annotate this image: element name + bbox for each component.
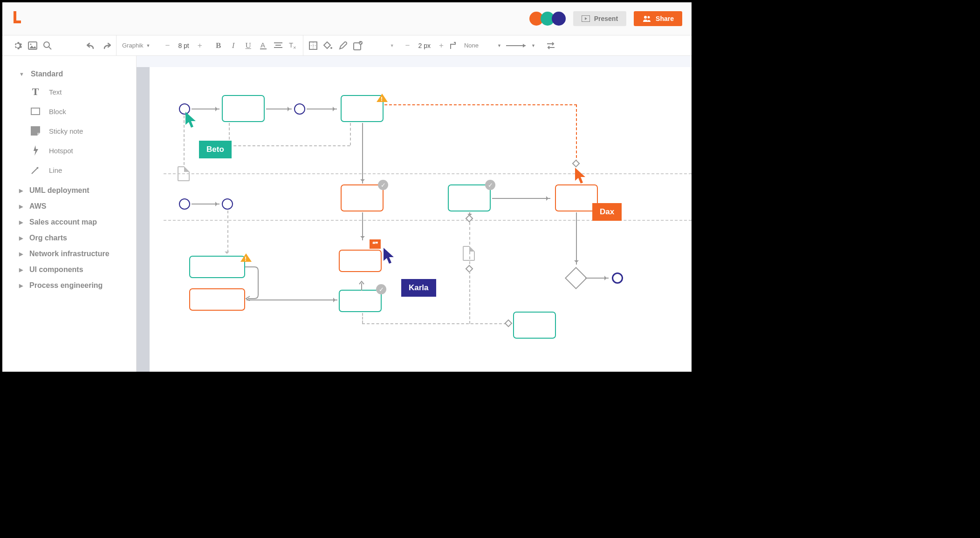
gateway-small[interactable] <box>572 160 580 168</box>
settings-icon[interactable] <box>11 39 25 53</box>
dashed-connector[interactable] <box>384 104 577 105</box>
connector[interactable] <box>192 109 219 109</box>
collaborator-avatars[interactable] <box>532 12 566 26</box>
share-button[interactable]: Share <box>634 11 682 26</box>
connector[interactable] <box>362 123 363 184</box>
svg-text:×: × <box>293 45 296 50</box>
task-node[interactable] <box>448 184 491 211</box>
bold-icon[interactable]: B <box>212 39 226 53</box>
border-icon[interactable] <box>306 39 320 53</box>
shape-label: Block <box>49 108 66 116</box>
search-icon[interactable] <box>41 39 55 53</box>
sidebar-section-standard[interactable]: ▼ Standard <box>2 66 136 82</box>
status-check-badge[interactable]: ✓ <box>376 284 386 294</box>
shape-block[interactable]: Block <box>30 102 136 121</box>
image-icon[interactable] <box>26 39 40 53</box>
dashed-connector[interactable] <box>227 211 228 252</box>
stroke-width-decrement[interactable]: − <box>403 41 413 50</box>
connector[interactable] <box>307 109 337 109</box>
gateway[interactable] <box>565 267 587 289</box>
task-node[interactable] <box>222 95 265 122</box>
sidebar-section-process[interactable]: ▶Process engineering <box>2 278 136 293</box>
connector[interactable] <box>247 300 337 300</box>
intermediate-event[interactable] <box>222 198 233 210</box>
connector[interactable] <box>492 198 550 199</box>
connector[interactable] <box>362 212 363 240</box>
start-event[interactable] <box>179 198 190 210</box>
line-cap-select[interactable]: None ▼ <box>462 42 503 49</box>
app-header: Present Share <box>2 2 692 35</box>
sidebar-section-ui[interactable]: ▶UI components <box>2 262 136 278</box>
shape-text[interactable]: T Text <box>30 82 136 102</box>
underline-icon[interactable]: U <box>241 39 255 53</box>
task-node[interactable] <box>555 184 598 211</box>
connector[interactable] <box>192 204 219 204</box>
avatar-blue[interactable] <box>552 12 566 26</box>
dashed-connector[interactable] <box>350 123 351 145</box>
stroke-width-value[interactable]: 2 px <box>414 42 435 49</box>
swap-icon[interactable] <box>544 39 558 53</box>
font-size-increment[interactable]: + <box>195 41 205 50</box>
sidebar-section-org[interactable]: ▶Org charts <box>2 230 136 246</box>
shape-line[interactable]: Line <box>30 160 136 180</box>
chevron-down-icon[interactable]: ▼ <box>390 43 394 48</box>
connector[interactable] <box>245 266 261 301</box>
connector[interactable] <box>266 109 292 109</box>
task-node[interactable] <box>339 290 382 312</box>
font-family-select[interactable]: Graphik ▼ <box>119 42 153 49</box>
undo-icon[interactable] <box>84 39 98 53</box>
sidebar-section-network[interactable]: ▶Network infrastructure <box>2 246 136 262</box>
svg-text:T: T <box>289 41 293 49</box>
hotspot-icon <box>30 145 41 156</box>
italic-icon[interactable]: I <box>226 39 240 53</box>
present-button[interactable]: Present <box>573 11 626 26</box>
dashed-connector[interactable] <box>576 104 577 163</box>
warning-badge[interactable] <box>240 248 252 262</box>
dashed-connector[interactable] <box>362 313 363 323</box>
comment-badge[interactable]: ❝❞ <box>370 239 381 249</box>
pencil-icon[interactable] <box>336 39 350 53</box>
intermediate-event[interactable] <box>294 103 305 115</box>
chevron-down-icon: ▼ <box>146 43 151 48</box>
task-node[interactable] <box>189 288 245 311</box>
connector[interactable] <box>585 278 609 279</box>
task-node[interactable] <box>189 256 245 278</box>
status-check-badge[interactable]: ✓ <box>485 180 495 190</box>
font-size-value[interactable]: 8 pt <box>173 42 193 49</box>
sidebar-section-aws[interactable]: ▶AWS <box>2 198 136 214</box>
task-node[interactable] <box>513 312 556 339</box>
document-icon[interactable] <box>463 246 475 261</box>
status-icon[interactable] <box>351 39 365 53</box>
task-node[interactable] <box>339 250 382 272</box>
font-size-decrement[interactable]: − <box>162 41 172 50</box>
dashed-connector[interactable] <box>362 323 507 324</box>
dashed-connector[interactable] <box>469 271 470 324</box>
sidebar-section-sales[interactable]: ▶Sales account map <box>2 214 136 230</box>
app-logo[interactable] <box>12 11 23 26</box>
svg-point-2 <box>648 16 650 19</box>
line-shape-icon <box>30 165 41 175</box>
fill-icon[interactable] <box>321 39 335 53</box>
connector-type-icon[interactable] <box>447 39 461 53</box>
text-color-icon[interactable]: A <box>256 39 270 53</box>
redo-icon[interactable] <box>99 39 113 53</box>
clear-format-icon[interactable]: T× <box>286 39 300 53</box>
sidebar-section-uml[interactable]: ▶UML deployment <box>2 183 136 198</box>
gateway-small[interactable] <box>505 320 513 327</box>
dashed-connector[interactable] <box>229 145 350 146</box>
warning-badge[interactable] <box>377 88 388 102</box>
shape-hotspot[interactable]: Hotspot <box>30 141 136 160</box>
dashed-connector[interactable] <box>184 116 185 165</box>
arrow-style-select[interactable]: ▼ <box>504 43 537 48</box>
connector[interactable] <box>358 280 365 291</box>
canvas-content[interactable]: Beto ✓ ✓ Dax <box>150 67 692 372</box>
task-node[interactable] <box>341 184 384 211</box>
document-icon[interactable] <box>178 166 190 181</box>
shape-sticky-note[interactable]: Sticky note <box>30 121 136 141</box>
align-icon[interactable] <box>271 39 285 53</box>
connector[interactable] <box>576 212 577 265</box>
diagram-canvas[interactable]: Beto ✓ ✓ Dax <box>137 56 692 372</box>
stroke-width-increment[interactable]: + <box>436 41 446 50</box>
end-event[interactable] <box>612 272 623 284</box>
status-check-badge[interactable]: ✓ <box>378 180 388 190</box>
